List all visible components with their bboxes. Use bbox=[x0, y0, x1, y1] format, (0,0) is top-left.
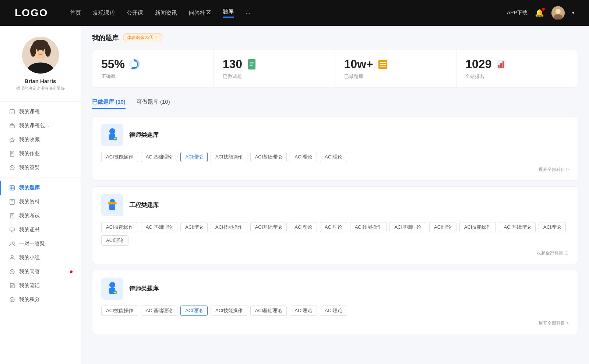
tag-1-11[interactable]: ACI基础理论 bbox=[499, 222, 536, 232]
collapse-button[interactable]: 收起全部科目 △ bbox=[537, 250, 569, 256]
tag-1-6[interactable]: ACI理论 bbox=[320, 222, 347, 232]
page-title: 我的题库 bbox=[92, 33, 119, 42]
stat-label-0: 正确率 bbox=[101, 73, 205, 80]
tag-1-2[interactable]: ACI理论 bbox=[180, 222, 208, 232]
sidebar-item-label-4: 我的答疑 bbox=[19, 164, 40, 171]
sidebar-item-9[interactable]: 一对一答疑 bbox=[0, 237, 81, 251]
qbank-tags-2: ACI技能操作ACI基础理论ACI理论ACI技能操作ACI基础理论ACI理论AC… bbox=[101, 306, 569, 316]
stat-item-0: 55% 正确率 bbox=[92, 50, 214, 87]
tag-0-4[interactable]: ACI基础理论 bbox=[250, 152, 287, 162]
package-icon bbox=[9, 122, 15, 129]
tag-1-9[interactable]: ACI理论 bbox=[429, 222, 456, 232]
engineer-icon bbox=[101, 194, 123, 216]
sidebar-item-label-1: 我的课程包... bbox=[19, 122, 49, 129]
tag-2-2[interactable]: ACI理论 bbox=[180, 306, 208, 316]
nav-link-问答社区[interactable]: 问答社区 bbox=[189, 10, 211, 17]
sidebar-item-5[interactable]: 我的题库 bbox=[0, 181, 81, 195]
stat-item-2: 10w+ 已做题库 bbox=[335, 50, 457, 87]
svg-text:?: ? bbox=[11, 166, 13, 170]
sidebar-item-1[interactable]: 我的课程包... bbox=[0, 119, 81, 133]
tag-1-8[interactable]: ACI基础理论 bbox=[389, 222, 426, 232]
app-download-button[interactable]: APP下载 bbox=[507, 10, 528, 16]
tab-1[interactable]: 可做题库 (10) bbox=[137, 96, 170, 109]
points-icon: 积 bbox=[9, 296, 15, 303]
tag-0-5[interactable]: ACI理论 bbox=[290, 152, 317, 162]
tag-1-4[interactable]: ACI基础理论 bbox=[250, 222, 287, 232]
pie-icon bbox=[128, 58, 140, 70]
sidebar-item-0[interactable]: 我的课程 bbox=[0, 105, 81, 119]
svg-text:积: 积 bbox=[11, 299, 14, 302]
svg-point-59 bbox=[109, 128, 115, 134]
svg-marker-16 bbox=[10, 138, 15, 142]
sidebar-item-4[interactable]: ?我的答疑 bbox=[0, 161, 81, 175]
stat-item-3: 1029 全站排名 bbox=[456, 50, 578, 87]
sidebar-item-label-9: 一对一答疑 bbox=[19, 240, 45, 247]
sidebar: Brian Harris 错误的决定比没有决定要好 我的课程我的课程包...我的… bbox=[0, 26, 81, 364]
nav-link-首页[interactable]: 首页 bbox=[70, 10, 81, 17]
lawyer-icon bbox=[101, 278, 123, 300]
svg-point-38 bbox=[11, 256, 13, 258]
expand-button[interactable]: 展开全部科目 > bbox=[539, 167, 569, 173]
group-icon bbox=[9, 254, 15, 261]
sidebar-item-7[interactable]: 我的考试 bbox=[0, 209, 81, 223]
tag-0-2[interactable]: ACI理论 bbox=[180, 152, 208, 162]
sidebar-item-2[interactable]: 我的收藏 bbox=[0, 133, 81, 147]
tag-2-6[interactable]: ACI理论 bbox=[320, 306, 347, 316]
tag-0-6[interactable]: ACI理论 bbox=[320, 152, 347, 162]
qbank-footer-2: 展开全部科目 > bbox=[101, 320, 569, 326]
logo[interactable]: LOGO bbox=[15, 7, 48, 19]
tag-0-0[interactable]: ACI技能操作 bbox=[101, 152, 138, 162]
sidebar-item-6[interactable]: 我的资料 bbox=[0, 195, 81, 209]
tag-1-0[interactable]: ACI技能操作 bbox=[101, 222, 138, 232]
sidebar-item-12[interactable]: 我的笔记 bbox=[0, 279, 81, 293]
tag-1-7[interactable]: ACI技能操作 bbox=[350, 222, 387, 232]
svg-point-9 bbox=[37, 50, 39, 51]
tag-1-10[interactable]: ACI技能操作 bbox=[459, 222, 496, 232]
tag-1-1[interactable]: ACI基础理论 bbox=[141, 222, 178, 232]
tag-2-1[interactable]: ACI基础理论 bbox=[141, 306, 178, 316]
user-dropdown-arrow[interactable]: ▾ bbox=[572, 10, 574, 15]
notification-dot bbox=[542, 8, 545, 11]
tag-2-3[interactable]: ACI技能操作 bbox=[211, 306, 247, 316]
nav-link-题库[interactable]: 题库 bbox=[223, 8, 234, 18]
tag-1-5[interactable]: ACI理论 bbox=[290, 222, 317, 232]
sidebar-item-label-0: 我的课程 bbox=[19, 108, 40, 115]
nav-link-公开课[interactable]: 公开课 bbox=[127, 10, 143, 17]
sidebar-item-label-5: 我的题库 bbox=[19, 185, 40, 191]
sidebar-item-10[interactable]: 我的小组 bbox=[0, 251, 81, 265]
sidebar-item-3[interactable]: 我的作业 bbox=[0, 147, 81, 161]
sidebar-item-11[interactable]: ?我的问答 bbox=[0, 265, 81, 279]
nav-link-新闻资讯[interactable]: 新闻资讯 bbox=[155, 10, 177, 17]
sidebar-item-label-7: 我的考试 bbox=[19, 213, 40, 219]
qbank-tags-0: ACI技能操作ACI基础理论ACI理论ACI技能操作ACI基础理论ACI理论AC… bbox=[101, 152, 569, 162]
sidebar-item-8[interactable]: 我的证书 bbox=[0, 223, 81, 237]
svg-rect-34 bbox=[10, 228, 14, 231]
tag-1-12[interactable]: ACI理论 bbox=[539, 222, 566, 232]
notification-dot-sidebar bbox=[70, 271, 73, 273]
doc-icon bbox=[246, 58, 258, 70]
qbank-header-2: 律师类题库 bbox=[101, 278, 569, 300]
tag-2-5[interactable]: ACI理论 bbox=[290, 306, 317, 316]
user-avatar[interactable] bbox=[551, 6, 565, 19]
tag-0-1[interactable]: ACI基础理论 bbox=[141, 152, 178, 162]
tag-0-3[interactable]: ACI技能操作 bbox=[211, 152, 247, 162]
navbar: LOGO 首页发现课程公开课新闻资讯问答社区题库··· APP下载 🔔 ▾ bbox=[0, 0, 589, 26]
tag-1-3[interactable]: ACI技能操作 bbox=[211, 222, 247, 232]
nav-link-发现课程[interactable]: 发现课程 bbox=[93, 10, 115, 17]
sidebar-item-13[interactable]: 积我的积分 bbox=[0, 293, 81, 307]
svg-rect-64 bbox=[108, 202, 117, 204]
nav-link-···[interactable]: ··· bbox=[246, 10, 250, 16]
stats-row: 55% 正确率130 已做试题10w+ 已做题库1029 全站排名 bbox=[92, 50, 578, 88]
sidebar-username: Brian Harris bbox=[25, 78, 56, 84]
svg-rect-57 bbox=[500, 63, 502, 68]
tag-2-4[interactable]: ACI基础理论 bbox=[250, 306, 287, 316]
sidebar-item-label-10: 我的小组 bbox=[19, 254, 40, 261]
tag-1-13[interactable]: ACI理论 bbox=[101, 235, 128, 246]
tag-2-0[interactable]: ACI技能操作 bbox=[101, 306, 138, 316]
tab-0[interactable]: 已做题库 (10) bbox=[92, 96, 126, 109]
qbank-title-2: 律师类题库 bbox=[129, 285, 159, 293]
notification-bell[interactable]: 🔔 bbox=[535, 8, 544, 17]
stat-label-2: 已做题库 bbox=[344, 73, 448, 80]
expand-button[interactable]: 展开全部科目 > bbox=[539, 320, 569, 326]
qbank-title-0: 律师类题库 bbox=[129, 131, 159, 139]
